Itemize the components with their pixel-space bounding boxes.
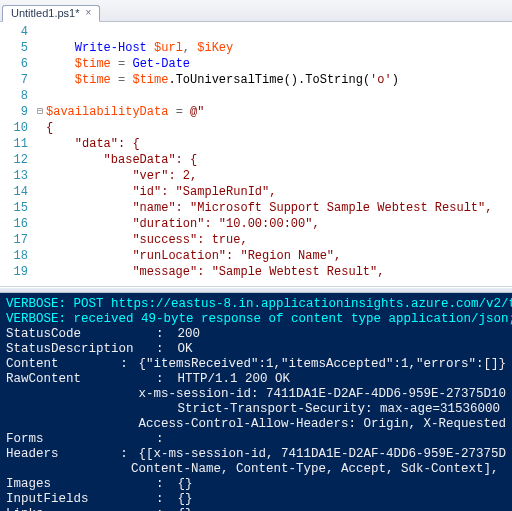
code-line[interactable]: 12 "baseData": { xyxy=(0,152,512,168)
code-line[interactable]: 13 "ver": 2, xyxy=(0,168,512,184)
console-output[interactable]: VERBOSE: POST https://eastus-8.in.applic… xyxy=(0,293,512,511)
colon: : xyxy=(156,507,170,511)
code-line[interactable]: 10{ xyxy=(0,120,512,136)
fold-icon xyxy=(34,200,46,216)
line-number: 16 xyxy=(0,216,34,232)
colon: : xyxy=(156,432,170,447)
colon: : xyxy=(156,327,170,342)
code-line[interactable]: 7 $time = $time.ToUniversalTime().ToStri… xyxy=(0,72,512,88)
code-text: { xyxy=(46,120,512,136)
code-text: $time = $time.ToUniversalTime().ToString… xyxy=(46,72,512,88)
result-value: {"itemsReceived":1,"itemsAccepted":1,"er… xyxy=(131,357,506,372)
code-text xyxy=(46,88,512,104)
code-text: "baseData": { xyxy=(46,152,512,168)
result-row: StatusDescription: OK xyxy=(6,342,506,357)
colon: : xyxy=(156,477,170,492)
result-value: HTTP/1.1 200 OK xyxy=(170,372,290,387)
result-continuation: x-ms-session-id: 7411DA1E-D2AF-4DD6-959E… xyxy=(6,387,506,402)
fold-icon xyxy=(34,248,46,264)
code-line[interactable]: 15 "name": "Microsoft Support Sample Web… xyxy=(0,200,512,216)
result-row: RawContent: HTTP/1.1 200 OK xyxy=(6,372,506,387)
code-text: "message": "Sample Webtest Result", xyxy=(46,264,512,280)
fold-icon xyxy=(34,88,46,104)
line-number: 9 xyxy=(0,104,34,120)
code-line[interactable]: 11 "data": { xyxy=(0,136,512,152)
line-number: 11 xyxy=(0,136,34,152)
line-number: 13 xyxy=(0,168,34,184)
colon: : xyxy=(120,357,131,372)
result-row: StatusCode: 200 xyxy=(6,327,506,342)
script-editor[interactable]: 4 5 Write-Host $url, $iKey6 $time = Get-… xyxy=(0,22,512,287)
line-number: 14 xyxy=(0,184,34,200)
fold-icon xyxy=(34,136,46,152)
fold-icon xyxy=(34,216,46,232)
code-line[interactable]: 8 xyxy=(0,88,512,104)
result-key: StatusCode xyxy=(6,327,156,342)
result-continuation: Access-Control-Allow-Headers: Origin, X-… xyxy=(6,417,506,432)
colon: : xyxy=(156,342,170,357)
result-value: OK xyxy=(170,342,193,357)
code-line[interactable]: 9⊟$availabilityData = @" xyxy=(0,104,512,120)
code-text: Write-Host $url, $iKey xyxy=(46,40,512,56)
result-key: InputFields xyxy=(6,492,156,507)
code-line[interactable]: 19 "message": "Sample Webtest Result", xyxy=(0,264,512,280)
fold-icon[interactable]: ⊟ xyxy=(34,104,46,120)
code-line[interactable]: 17 "success": true, xyxy=(0,232,512,248)
result-row: Content: {"itemsReceived":1,"itemsAccept… xyxy=(6,357,506,372)
code-text: $availabilityData = @" xyxy=(46,104,512,120)
line-number: 6 xyxy=(0,56,34,72)
line-number: 4 xyxy=(0,24,34,40)
tab-title: Untitled1.ps1* xyxy=(11,7,80,19)
line-number: 15 xyxy=(0,200,34,216)
line-number: 17 xyxy=(0,232,34,248)
result-row: Links: {} xyxy=(6,507,506,511)
console-line: VERBOSE: POST https://eastus-8.in.applic… xyxy=(6,297,506,312)
code-line[interactable]: 14 "id": "SampleRunId", xyxy=(0,184,512,200)
code-line[interactable]: 6 $time = Get-Date xyxy=(0,56,512,72)
code-text: "name": "Microsoft Support Sample Webtes… xyxy=(46,200,512,216)
result-continuation: Strict-Transport-Security: max-age=31536… xyxy=(6,402,506,417)
line-number: 10 xyxy=(0,120,34,136)
fold-icon xyxy=(34,72,46,88)
result-row: Forms: xyxy=(6,432,506,447)
code-line[interactable]: 4 xyxy=(0,24,512,40)
code-text: "runLocation": "Region Name", xyxy=(46,248,512,264)
result-key: Forms xyxy=(6,432,156,447)
code-text: "data": { xyxy=(46,136,512,152)
fold-icon xyxy=(34,232,46,248)
fold-icon xyxy=(34,264,46,280)
fold-icon xyxy=(34,24,46,40)
line-number: 7 xyxy=(0,72,34,88)
file-tab[interactable]: Untitled1.ps1* × xyxy=(2,5,100,22)
fold-icon xyxy=(34,120,46,136)
line-number: 18 xyxy=(0,248,34,264)
result-key: Headers xyxy=(6,447,120,462)
colon: : xyxy=(120,447,131,462)
result-value: {} xyxy=(170,507,193,511)
result-continuation: Content-Name, Content-Type, Accept, Sdk-… xyxy=(6,462,506,477)
result-value: {} xyxy=(170,492,193,507)
result-row: InputFields: {} xyxy=(6,492,506,507)
result-value: {[x-ms-session-id, 7411DA1E-D2AF-4DD6-95… xyxy=(131,447,506,462)
result-key: StatusDescription xyxy=(6,342,156,357)
code-line[interactable]: 18 "runLocation": "Region Name", xyxy=(0,248,512,264)
line-number: 8 xyxy=(0,88,34,104)
fold-icon xyxy=(34,40,46,56)
colon: : xyxy=(156,372,170,387)
result-key: Images xyxy=(6,477,156,492)
line-number: 19 xyxy=(0,264,34,280)
code-text: "duration": "10.00:00:00", xyxy=(46,216,512,232)
result-key: Content xyxy=(6,357,120,372)
code-line[interactable]: 16 "duration": "10.00:00:00", xyxy=(0,216,512,232)
result-row: Headers: {[x-ms-session-id, 7411DA1E-D2A… xyxy=(6,447,506,462)
code-text: "success": true, xyxy=(46,232,512,248)
code-text: "id": "SampleRunId", xyxy=(46,184,512,200)
result-row: Images: {} xyxy=(6,477,506,492)
code-text xyxy=(46,24,512,40)
code-text: $time = Get-Date xyxy=(46,56,512,72)
line-number: 5 xyxy=(0,40,34,56)
tab-bar: Untitled1.ps1* × xyxy=(0,0,512,22)
close-icon[interactable]: × xyxy=(86,8,92,18)
code-text: "ver": 2, xyxy=(46,168,512,184)
code-line[interactable]: 5 Write-Host $url, $iKey xyxy=(0,40,512,56)
